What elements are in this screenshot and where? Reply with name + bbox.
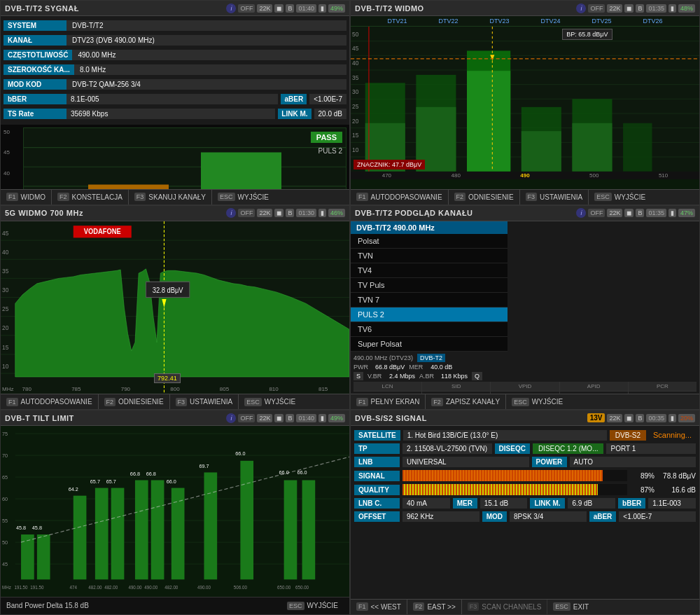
- channel-video-area: 83 80: [351, 352, 699, 394]
- freq-badge-1: 22K: [257, 4, 272, 13]
- svg-text:66.0: 66.0: [298, 469, 307, 476]
- freq-badge-5: 22K: [257, 414, 272, 422]
- info-icon-3[interactable]: i: [226, 208, 236, 218]
- info-icon-2[interactable]: i: [576, 4, 586, 13]
- quality-bar-container: [402, 484, 627, 495]
- fn-wyjscie-2[interactable]: ESC WYJŚCIE: [589, 190, 651, 205]
- svg-text:66.8: 66.8: [146, 471, 156, 477]
- svg-text:66.0: 66.0: [235, 450, 245, 457]
- fn-west[interactable]: F1 << WEST: [351, 600, 407, 614]
- quality-bar-fill: [402, 484, 598, 495]
- fn-konstelacja[interactable]: F2 KONSTELACJA: [52, 190, 129, 205]
- fn-east[interactable]: F2 EAST >>: [407, 600, 462, 614]
- bw-key: SZEROKOŚĆ KA...: [4, 64, 74, 75]
- svg-rect-86: [111, 488, 125, 580]
- kanal-val: DTV23 (DVB 490.00 MHz): [66, 35, 346, 46]
- fn-auto-2[interactable]: F1 AUTODOPASOWANIE: [351, 190, 449, 205]
- dvbs2-badge: DVB-S2: [610, 430, 646, 441]
- svg-rect-38: [522, 131, 561, 171]
- signal-row-bw: SZEROKOŚĆ KA... 8.0 MHz: [4, 63, 346, 76]
- panel-footer-1: F1 WIDMO F2 KONSTELACJA F3 SKANUJ KANAŁY…: [1, 189, 349, 205]
- lnb-val: UNIVERSAL: [402, 457, 529, 467]
- signal-icon-3: ◼: [274, 209, 284, 217]
- freq-badge-3: 22K: [257, 209, 272, 217]
- svg-text:490.00: 490.00: [128, 585, 141, 590]
- fn-ref-3[interactable]: F2 ODNIESIENIE: [99, 394, 170, 409]
- fn-pełny[interactable]: F1 PEŁNY EKRAN: [351, 394, 426, 409]
- svg-text:490.00: 490.00: [144, 585, 158, 590]
- fn-settings-2[interactable]: F3 USTAWIENIA: [520, 190, 589, 205]
- panel-title-5: DVB-T TILT LIMIT: [5, 414, 74, 422]
- panel-header-1: DVB-T/T2 SYGNAŁ i OFF 22K ◼ B 01:40 ▮ 49…: [1, 1, 349, 16]
- channel-tvn[interactable]: TVN: [351, 249, 507, 263]
- svg-text:30: 30: [352, 88, 358, 95]
- quality-pct: 87%: [630, 486, 654, 494]
- bat-badge-5: 49%: [328, 414, 345, 422]
- fn-wyjscie-4[interactable]: ESC WYJŚCIE: [506, 394, 568, 409]
- fn-wyjscie-5[interactable]: ESC WYJŚCIE: [281, 600, 344, 612]
- mer-val: 15.1 dB: [480, 498, 528, 509]
- header-right-4: i OFF 22K ◼ B 01:35 ▮ 47%: [576, 208, 695, 218]
- channel-polsat[interactable]: Polsat: [351, 234, 507, 249]
- svg-text:65.7: 65.7: [106, 478, 116, 485]
- table-info: LCN SID VPID APID PCR 2 4 202 203 202: [354, 382, 696, 394]
- fn-widmo[interactable]: F1 WIDMO: [1, 190, 52, 205]
- svg-rect-85: [95, 488, 108, 580]
- bat-icon-6: ▮: [668, 414, 676, 422]
- info-icon-4[interactable]: i: [576, 208, 586, 218]
- sat-row-lnb: LNB UNIVERSAL POWER AUTO: [354, 457, 696, 467]
- diseqc-val: DISEQC 1.2 (MO...: [533, 443, 604, 454]
- panel-header-5: DVB-T TILT LIMIT i OFF 22K ◼ B 01:40 ▮ 4…: [1, 410, 349, 426]
- svg-rect-89: [172, 488, 185, 580]
- info-icon-5[interactable]: i: [226, 413, 236, 423]
- svg-rect-83: [37, 534, 50, 579]
- aber-key: aBER: [281, 94, 307, 104]
- channel-superpolsat[interactable]: Super Polsat: [351, 337, 507, 352]
- panel-content-1: SYSTEM DVB-T/T2 KANAŁ DTV23 (DVB 490.00 …: [1, 16, 349, 189]
- svg-text:40: 40: [352, 60, 358, 67]
- signal-row-freq: CZĘSTOTLIWOŚĆ 490.00 MHz: [4, 48, 346, 61]
- bat-badge-6: 20%: [678, 414, 695, 422]
- channel-tvpuls[interactable]: TV Puls: [351, 278, 507, 293]
- satellite-val: 1. Hot Bird 13B/C/E (13.0° E): [403, 430, 607, 441]
- time-badge-5: 01:40: [296, 414, 316, 422]
- header-right-1: i OFF 22K ◼ B 01:40 ▮ 49%: [226, 4, 345, 13]
- fn-ref-2[interactable]: F2 ODNIESIENIE: [449, 190, 520, 205]
- b-badge-2: B: [636, 4, 644, 13]
- svg-text:35: 35: [2, 267, 8, 275]
- fn-exit-6[interactable]: ESC EXIT: [547, 600, 594, 614]
- satellite-key: SATELLITE: [354, 430, 400, 441]
- svg-text:20: 20: [2, 324, 8, 331]
- fn-skanuj[interactable]: F3 SKANUJ KANAŁY: [129, 190, 212, 205]
- fn-zapisz[interactable]: F2 ZAPISZ KANAŁY: [426, 394, 506, 409]
- fn-wyjscie-3[interactable]: ESC WYJŚCIE: [239, 394, 301, 409]
- signal-icon-6: ◼: [624, 414, 634, 422]
- svg-text:10: 10: [2, 362, 8, 370]
- bat-badge-1: 49%: [328, 4, 345, 13]
- channel-puls2[interactable]: PULS 2: [351, 308, 507, 322]
- aber-val: <1.00E-7: [309, 94, 346, 104]
- signal-bar-container: [402, 470, 627, 481]
- tilt-area-5: 75 70 65 60 55 50 45: [1, 426, 349, 597]
- svg-text:32.8 dBμV: 32.8 dBμV: [153, 286, 183, 294]
- svg-text:191.50: 191.50: [30, 585, 43, 590]
- fn-settings-3[interactable]: F3 USTAWIENIA: [170, 394, 239, 409]
- channel-tv6[interactable]: TV6: [351, 322, 507, 337]
- system-key: SYSTEM: [4, 20, 66, 31]
- svg-text:69.7: 69.7: [199, 463, 209, 469]
- ch-dtv26: DTV26: [643, 18, 662, 25]
- fn-auto-3[interactable]: F1 AUTODOPASOWANIE: [1, 394, 99, 409]
- panel-channel-preview: DVB-T/T2 PODGLĄD KANAŁU i OFF 22K ◼ B 01…: [350, 205, 700, 410]
- info-icon-1[interactable]: i: [226, 4, 236, 13]
- channel-tvn7[interactable]: TVN 7: [351, 293, 507, 308]
- svg-text:650.00: 650.00: [295, 585, 309, 590]
- signal-dbv: 78.8 dBμV: [657, 472, 696, 480]
- svg-text:MHz: MHz: [2, 585, 11, 590]
- panel-5g-widmo: 5G WIDMO 700 MHz i OFF 22K ◼ B 01:30 ▮ 4…: [0, 205, 350, 410]
- panel-title-6: DVB-S/S2 SIGNAL: [355, 414, 427, 422]
- s-badge: S: [354, 372, 363, 380]
- freq-axis-2: 470 480 490 500 510: [351, 172, 699, 179]
- widmo-area-3: 45 40 35 30 25 20 15 10 VODAFONE: [1, 221, 349, 394]
- fn-wyjscie-1[interactable]: ESC WYJŚCIE: [212, 190, 274, 205]
- channel-tv4[interactable]: TV4: [351, 263, 507, 278]
